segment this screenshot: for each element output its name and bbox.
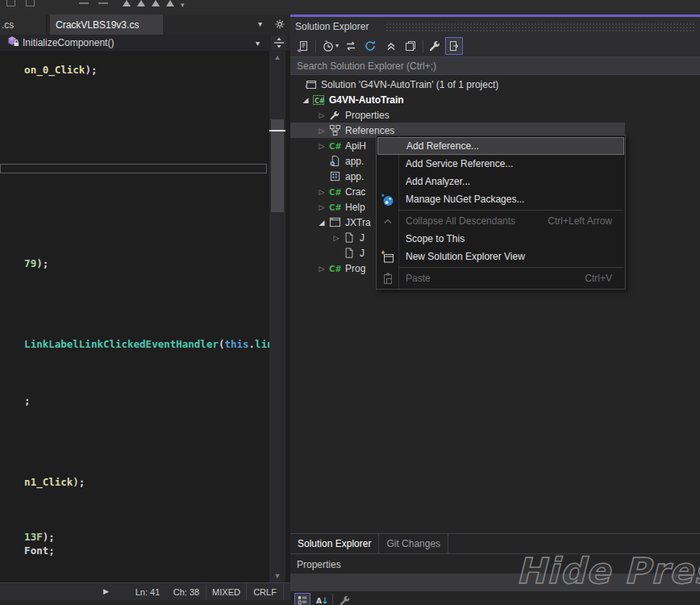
- member-dropdown[interactable]: InitializeComponent(): [0, 35, 268, 51]
- menu-item-label: Paste: [406, 273, 431, 284]
- panel-edge: [0, 600, 290, 605]
- menu-item-add-analyzer[interactable]: Add Analyzer...: [377, 173, 625, 190]
- expander-collapsed-icon[interactable]: [316, 203, 327, 211]
- tree-item-label: Properties: [345, 110, 390, 121]
- code-token: linkLa: [255, 338, 269, 350]
- expander-collapsed-icon[interactable]: [316, 127, 327, 135]
- document-tab-bar: .cs CrackVLBS19v3.cs: [0, 15, 290, 35]
- code-line: 79);: [0, 245, 48, 257]
- code-line: ;: [0, 382, 31, 394]
- menu-separator: [399, 210, 623, 211]
- editor-vertical-scrollbar[interactable]: [269, 51, 285, 582]
- tree-item-label: G4VN-AutoTrain: [329, 94, 404, 106]
- toolbar-separator: [315, 40, 316, 52]
- tab-git-changes[interactable]: Git Changes: [379, 534, 448, 553]
- watermark: Hide Press: [516, 545, 700, 597]
- bookmark-icon-fragment: [152, 0, 160, 6]
- svg-text:C#: C#: [315, 97, 325, 104]
- expander-collapsed-icon[interactable]: [331, 234, 342, 242]
- expander-collapsed-icon[interactable]: [316, 142, 327, 150]
- csharp-file-icon: C#: [327, 201, 342, 214]
- tree-item-solution[interactable]: Solution 'G4VN-AutoTrain' (1 of 1 projec…: [290, 77, 700, 92]
- tree-item-label: app.: [345, 156, 364, 167]
- code-token: LinkLabelLinkClickedEventHandler: [24, 338, 219, 350]
- solution-explorer-toolbar: [290, 35, 700, 57]
- editor-split-handle[interactable]: [271, 35, 287, 50]
- scrollbar-up-arrow[interactable]: [269, 52, 285, 64]
- tab-label: CrackVLBS19v3.cs: [56, 19, 139, 31]
- references-icon: [327, 124, 342, 137]
- show-all-files-icon[interactable]: [403, 39, 418, 53]
- sync-with-active-document-icon[interactable]: [344, 39, 358, 53]
- code-line: n1_Click);: [0, 464, 85, 476]
- tree-item-properties[interactable]: Properties: [290, 107, 700, 123]
- code-line: on_0_Click);: [0, 52, 97, 64]
- toolbar-icon-fragment: [6, 0, 15, 6]
- tree-item-label: Help: [345, 202, 365, 213]
- menu-item-label: Collapse All Descendants: [406, 215, 515, 227]
- categorized-toggle[interactable]: [294, 593, 310, 605]
- alphabetical-sort-icon[interactable]: A: [315, 595, 328, 605]
- manifest-file-icon: [327, 170, 342, 183]
- menu-item-manage-nuget-packages[interactable]: Manage NuGet Packages...: [377, 190, 625, 208]
- tree-item-project[interactable]: C# G4VN-AutoTrain: [290, 92, 700, 107]
- bookmark-icon-fragment: [123, 0, 131, 6]
- paste-icon: [377, 272, 398, 285]
- menu-item-new-solution-explorer-view[interactable]: New Solution Explorer View: [377, 248, 625, 265]
- switch-views-icon[interactable]: [295, 39, 310, 53]
- bookmark-icon-fragment: [166, 0, 174, 6]
- collapse-icon: [377, 215, 398, 227]
- refresh-icon[interactable]: [363, 39, 377, 53]
- scrollbar-caret-marker: [269, 130, 285, 131]
- tab-label: Git Changes: [386, 538, 440, 549]
- csharp-project-icon: C#: [311, 94, 326, 106]
- toolbar-separator: [423, 40, 423, 52]
- gear-icon[interactable]: [273, 18, 286, 34]
- tab-list-dropdown-icon[interactable]: [258, 19, 262, 28]
- code-token: this: [224, 338, 248, 350]
- menu-item-add-service-reference[interactable]: Add Service Reference...: [377, 155, 625, 173]
- expander-expanded-icon[interactable]: [300, 96, 311, 104]
- menu-item-scope-to-this[interactable]: Scope to This: [377, 230, 625, 248]
- scrollbar-down-arrow[interactable]: [269, 571, 285, 582]
- expander-collapsed-icon[interactable]: [316, 188, 327, 196]
- scrollbar-thumb[interactable]: [271, 119, 284, 212]
- menu-shortcut: Ctrl+V: [585, 273, 625, 284]
- file-icon: [342, 232, 356, 244]
- code-token: );: [85, 64, 97, 76]
- tree-item-label: JXTra: [345, 217, 371, 228]
- expander-collapsed-icon[interactable]: [316, 111, 327, 119]
- code-token: );: [73, 476, 85, 488]
- chevron-down-icon[interactable]: [335, 42, 339, 49]
- code-editor[interactable]: on_0_Click); 79); LinkLabelLinkClickedEv…: [0, 51, 269, 582]
- code-line: LinkLabelLinkClickedEventHandler(this.li…: [0, 326, 269, 338]
- filter-pending-changes-icon[interactable]: [321, 39, 335, 53]
- tab-label: Solution Explorer: [298, 538, 371, 549]
- svg-text:C#: C#: [329, 265, 341, 273]
- status-encoding: MIXED: [206, 583, 247, 600]
- code-token: n1_Click: [24, 476, 73, 488]
- expander-collapsed-icon[interactable]: [316, 265, 327, 273]
- tab-solution-explorer[interactable]: Solution Explorer: [290, 534, 379, 553]
- csharp-file-icon: C#: [327, 262, 342, 275]
- preview-selected-items-toggle[interactable]: [445, 37, 463, 55]
- menu-item-label: Add Reference...: [406, 140, 479, 152]
- properties-title: Properties: [297, 559, 341, 570]
- config-file-icon: [327, 155, 342, 168]
- document-tab-active[interactable]: CrackVLBS19v3.cs: [50, 15, 163, 35]
- collapse-all-icon[interactable]: [384, 39, 398, 53]
- menu-item-collapse-all-descendants[interactable]: Collapse All Descendants Ctrl+Left Arrow: [377, 212, 625, 230]
- expander-expanded-icon[interactable]: [316, 219, 327, 227]
- vs-ide-window: { "colors": { "accent_purple": "#6e5fc8"…: [0, 0, 700, 605]
- document-tab-partial[interactable]: .cs: [0, 15, 47, 35]
- panel-title-bar[interactable]: Solution Explorer: [290, 17, 700, 35]
- solution-explorer-panel: Solution Explorer: [290, 15, 700, 605]
- menu-item-paste[interactable]: Paste Ctrl+V: [377, 269, 625, 287]
- menu-item-add-reference[interactable]: Add Reference...: [377, 137, 624, 155]
- scroll-right-icon[interactable]: [103, 587, 109, 595]
- properties-wrench-icon[interactable]: [427, 39, 442, 53]
- menu-item-label: Scope to This: [406, 233, 465, 244]
- code-token: Font: [24, 544, 48, 557]
- property-pages-wrench-icon[interactable]: [339, 595, 352, 605]
- search-input[interactable]: [290, 57, 700, 74]
